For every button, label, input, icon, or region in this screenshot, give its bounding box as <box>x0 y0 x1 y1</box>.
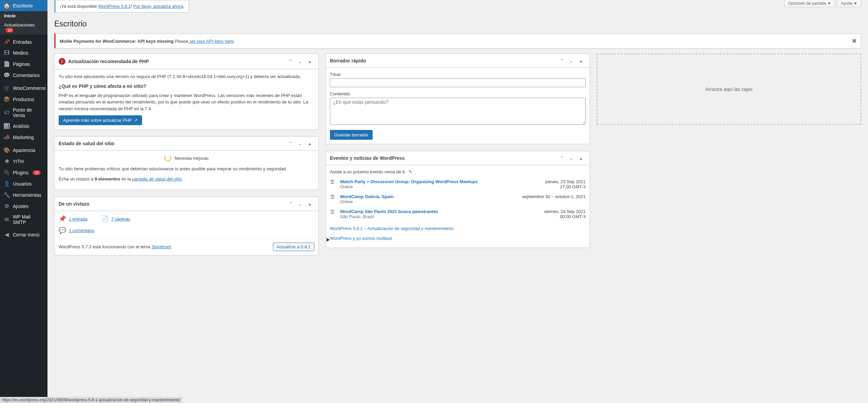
move-up-button[interactable]: ⌃ <box>557 153 567 163</box>
move-down-button[interactable]: ⌄ <box>567 56 576 65</box>
sidebar-item-medios[interactable]: 🎞Medios <box>0 47 47 58</box>
move-up-button[interactable]: ⌃ <box>557 56 567 65</box>
glance-pages-link[interactable]: 7 páginas <box>111 216 130 222</box>
toggle-button[interactable]: ▴ <box>576 56 586 65</box>
screen-options-button[interactable]: Opciones de pantalla ▼ <box>784 0 835 7</box>
page-icon: 📄 <box>3 61 10 67</box>
move-up-button[interactable]: ⌃ <box>286 139 295 148</box>
toggle-button[interactable]: ▴ <box>576 153 586 163</box>
move-down-button[interactable]: ⌄ <box>567 153 576 163</box>
at-a-glance-box: De un vistazo ⌃ ⌄ ▴ 📌1 entrada 📄7 página… <box>54 197 319 255</box>
sidebar-item-label: Escritorio <box>13 3 33 8</box>
plug-icon: 🔌 <box>3 169 10 176</box>
sidebar-item-analisis[interactable]: 📊Análisis <box>0 120 47 132</box>
admin-sidebar: 🏠 Escritorio Inicio Actualizaciones 18 📌… <box>0 0 47 403</box>
sidebar-item-woocommerce[interactable]: 🛒WooCommerce <box>0 82 47 94</box>
sidebar-submenu: Inicio Actualizaciones 18 <box>0 11 47 35</box>
dashboard-icon: 🏠 <box>3 2 10 9</box>
update-core-button[interactable]: Actualizar a 5.8.1 <box>273 243 314 251</box>
glance-entries-link[interactable]: 1 entrada <box>69 216 87 222</box>
toggle-button[interactable]: ▴ <box>305 199 314 209</box>
event-link[interactable]: WordCamp Galicia, Spain <box>340 194 519 199</box>
sidebar-item-productos[interactable]: 📦Productos <box>0 94 47 105</box>
warning-icon: ! <box>59 58 65 65</box>
sidebar-item-escritorio[interactable]: 🏠 Escritorio <box>0 0 47 11</box>
sidebar-item-paginas[interactable]: 📄Páginas <box>0 58 47 70</box>
mollie-strong: Mollie Payments for WooCommerce: API key… <box>60 39 174 44</box>
sidebar-item-plugins[interactable]: 🔌Plugins10 <box>0 167 47 178</box>
mail-icon: ✉ <box>3 216 10 223</box>
media-icon: 🎞 <box>3 50 10 56</box>
sidebar-item-wpmail[interactable]: ✉WP Mail SMTP <box>0 212 47 227</box>
sidebar-item-comentarios[interactable]: 💬Comentarios <box>0 70 47 81</box>
news-link[interactable]: WordPress y yo somos multitud <box>330 234 586 241</box>
glance-comments-link[interactable]: 1 comentario <box>69 228 94 233</box>
widget-dropzone[interactable]: Arrastra aquí las cajas <box>597 54 861 125</box>
quick-draft-box: Borrador rápido ⌃ ⌄ ▴ Título Contenido G… <box>326 54 590 144</box>
dashboard-col-2: Borrador rápido ⌃ ⌄ ▴ Título Contenido G… <box>326 54 590 255</box>
pin-icon: 📌 <box>3 39 10 45</box>
save-draft-button[interactable]: Guardar borrador <box>330 130 373 140</box>
megaphone-icon: 📣 <box>3 134 10 140</box>
draft-content-textarea[interactable] <box>330 98 586 125</box>
theme-link[interactable]: Storefront <box>152 244 171 249</box>
events-news-box: Eventos y noticias de WordPress ⌃ ⌄ ▴ As… <box>326 151 590 248</box>
news-link[interactable]: WordPress 5.8.1 – Actualización de segur… <box>330 224 586 231</box>
event-link[interactable]: WordCamp São Paulo 2021 busca palestrant… <box>340 209 540 214</box>
sidebar-item-yith[interactable]: ✱YITH <box>0 156 47 167</box>
updates-badge: 18 <box>5 28 14 33</box>
dashboard-col-3: Arrastra aquí las cajas <box>597 54 861 255</box>
brush-icon: 🎨 <box>3 147 10 153</box>
page-title: Escritorio <box>54 19 861 28</box>
sub-item-actualizaciones[interactable]: Actualizaciones 18 <box>0 20 47 35</box>
event-item: 🗓 WordCamp São Paulo 2021 busca palestra… <box>330 209 586 219</box>
tag-icon: 🏷 <box>3 110 10 116</box>
title-label: Título <box>330 72 586 77</box>
comment-icon: 💬 <box>59 227 66 234</box>
mollie-api-link[interactable]: set your API keys here <box>188 39 234 44</box>
sidebar-item-herramientas[interactable]: 🔧Herramientas <box>0 189 47 200</box>
update-now-link[interactable]: Por favor, actualiza ahora <box>133 4 183 9</box>
sidebar-item-entradas[interactable]: 📌Entradas <box>0 36 47 47</box>
wrench-icon: 🔧 <box>3 192 10 198</box>
browser-statusbar: https://es.wordpress.org/2021/09/09/word… <box>0 397 182 403</box>
learn-php-button[interactable]: Aprende más sobre actualizar PHP ↗ <box>59 115 142 125</box>
move-down-button[interactable]: ⌄ <box>295 57 305 66</box>
wp-version-link[interactable]: WordPress 5.8.1 <box>98 4 131 9</box>
health-ring-icon <box>164 155 171 161</box>
sidebar-item-pos[interactable]: 🏷Punto de Venta <box>0 105 47 120</box>
content-label: Contenido <box>330 91 586 96</box>
sidebar-item-ajustes[interactable]: ⚙Ajustes <box>0 200 47 212</box>
event-link[interactable]: Watch Party + Discussion Group: Organizi… <box>340 179 542 184</box>
calendar-icon: 🗓 <box>330 194 337 204</box>
move-down-button[interactable]: ⌄ <box>295 199 305 209</box>
content-area: Opciones de pantalla ▼ Ayuda ▼ ¡Ya está … <box>47 0 868 403</box>
toggle-button[interactable]: ▴ <box>305 57 314 66</box>
mollie-notice: Mollie Payments for WooCommerce: API key… <box>54 34 861 49</box>
sidebar-item-marketing[interactable]: 📣Marketing <box>0 132 47 143</box>
health-screen-link[interactable]: pantalla de salud del sitio <box>132 176 182 181</box>
calendar-icon: 🗓 <box>330 209 337 219</box>
site-health-box: Estado de salud del sitio ⌃ ⌄ ▴ Necesita… <box>54 136 319 190</box>
sub-item-inicio[interactable]: Inicio <box>0 11 47 20</box>
sidebar-item-collapse[interactable]: ◀Cerrar menú <box>0 229 47 240</box>
help-button[interactable]: Ayuda ▼ <box>837 0 861 7</box>
event-item: 🗓 WordCamp Galicia, SpainOnline septiemb… <box>330 194 586 204</box>
page-icon: 📄 <box>101 215 108 223</box>
collapse-icon: ◀ <box>3 231 10 238</box>
dashboard-col-1: !Actualización recomendada de PHP ⌃ ⌄ ▴ … <box>54 54 319 255</box>
edit-location-icon[interactable]: ✎ <box>409 169 412 174</box>
chart-icon: 📊 <box>3 123 10 129</box>
draft-title-input[interactable] <box>330 78 586 87</box>
top-actions: Opciones de pantalla ▼ Ayuda ▼ <box>784 0 861 7</box>
move-up-button[interactable]: ⌃ <box>286 199 295 209</box>
calendar-icon: 🗓 <box>330 179 337 189</box>
sidebar-item-apariencia[interactable]: 🎨Apariencia <box>0 145 47 156</box>
dismiss-notice-button[interactable]: ✖ <box>852 37 857 45</box>
external-icon: ↗ <box>134 118 138 123</box>
user-icon: 👤 <box>3 180 10 187</box>
toggle-button[interactable]: ▴ <box>305 139 314 148</box>
move-down-button[interactable]: ⌄ <box>295 139 305 148</box>
move-up-button[interactable]: ⌃ <box>286 57 295 66</box>
sidebar-item-usuarios[interactable]: 👤Usuarios <box>0 178 47 189</box>
